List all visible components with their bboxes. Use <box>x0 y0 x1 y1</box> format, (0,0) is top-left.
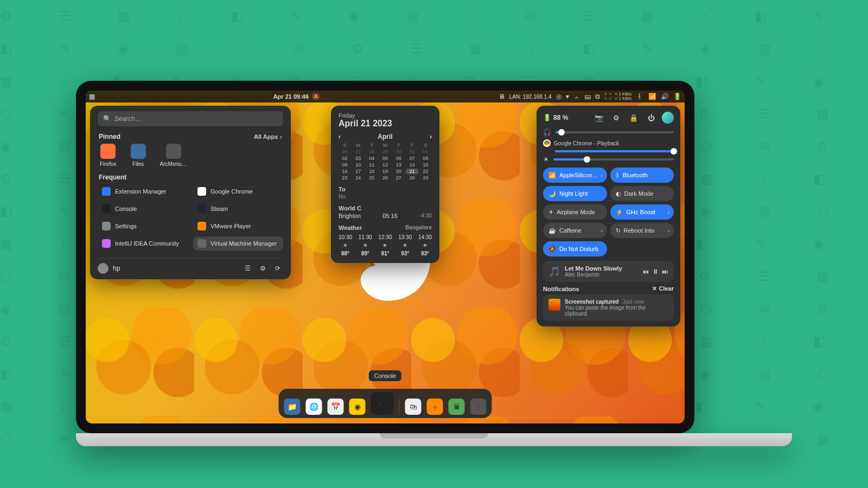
record-icon[interactable]: ◎ <box>556 93 561 100</box>
calendar-next-button[interactable]: › <box>430 133 432 140</box>
frequent-app[interactable]: VMware Player <box>193 219 283 233</box>
qs-toggle[interactable]: 📶AppleSilicon…› <box>543 168 607 183</box>
calculator-icon: 🖩 <box>453 402 461 411</box>
dock-item-apps-grid[interactable]: ⋮⋮⋮ <box>470 399 487 415</box>
logout-icon[interactable]: ☰ <box>242 263 253 274</box>
frequent-app[interactable]: Extension Manager <box>98 184 188 198</box>
frequent-app[interactable]: Steam <box>193 202 283 216</box>
toggle-icon: 🔕 <box>548 246 556 253</box>
pinned-app[interactable]: Files <box>131 144 146 167</box>
calendar-grid[interactable]: SMTWTFS262728293031010203040506070809101… <box>339 143 432 181</box>
user-avatar[interactable] <box>98 263 108 274</box>
chevron-right-icon: › <box>668 228 669 234</box>
media-pause-button[interactable]: ⏸ <box>652 268 659 275</box>
weather-icon: ☀ <box>343 242 348 248</box>
tray-icon[interactable]: ▾ <box>566 93 569 100</box>
calendar-panel: Friday April 21 2023 ‹ April › SMTWTFS26… <box>331 106 439 263</box>
app-menu-panel: 🔍 Search… Pinned All Apps › FirefoxFiles… <box>90 106 291 279</box>
dock-item-chrome[interactable]: 🌐 <box>306 399 322 415</box>
disk-icon[interactable]: 🖴 <box>584 93 591 100</box>
app-label: Settings <box>115 223 137 229</box>
dock-item-calendar[interactable]: 📅 <box>328 399 344 415</box>
app-label: Steam <box>210 206 228 212</box>
monitor-icon[interactable]: 🖥 <box>499 93 505 100</box>
qs-toggle[interactable]: ⚡GHz Boost› <box>610 204 674 220</box>
toggle-label: Caffeine <box>559 227 582 234</box>
power-icon[interactable]: ⏻ <box>644 111 658 124</box>
dnd-icon[interactable]: 🔕 <box>312 93 320 100</box>
frequent-app[interactable]: Virtual Machine Manager <box>193 236 283 251</box>
qs-toggle[interactable]: 🌙Night Light <box>543 186 607 201</box>
vmware-icon: ⟐ <box>433 402 437 411</box>
world-clock-offset: -4:30 <box>419 213 432 219</box>
frequent-app[interactable]: Console <box>98 202 188 216</box>
settings-icon[interactable]: ⚙ <box>257 263 268 274</box>
media-prev-button[interactable]: ⏮ <box>642 268 649 275</box>
chevron-right-icon: › <box>280 133 282 140</box>
toggle-label: Night Light <box>559 190 588 197</box>
qs-toggle[interactable]: ᛒBluetooth <box>610 168 674 183</box>
dock-separator <box>399 400 400 415</box>
forecast-column: 13:30☀93° <box>398 234 412 256</box>
weather-icon: ☀ <box>403 242 407 248</box>
console-icon: >_ <box>377 399 387 408</box>
battery-indicator[interactable]: 🔋 88 % <box>543 114 568 121</box>
display-icon[interactable]: ⛶ <box>604 93 611 100</box>
settings-icon[interactable]: ⚙ <box>610 111 623 124</box>
brightness-slider[interactable] <box>553 158 674 160</box>
chevron-right-icon: › <box>668 209 669 215</box>
wifi-icon[interactable]: 📶 <box>648 93 656 100</box>
activities-icon[interactable]: ▦ <box>89 93 95 100</box>
media-next-button[interactable]: ⏭ <box>662 268 668 275</box>
dock-item-calculator[interactable]: 🖩 <box>449 399 465 415</box>
lan-label[interactable]: LAN: 192.168.1.4 <box>509 94 552 100</box>
pinned-app[interactable]: ArcMenu… <box>160 144 187 167</box>
qs-toggle[interactable]: ↻Reboot Into› <box>610 223 674 238</box>
qs-toggle[interactable]: ✈Airplane Mode <box>543 204 607 220</box>
qs-toggle[interactable]: ☕Caffeine› <box>543 223 607 238</box>
qs-toggle[interactable]: 🔕Do Not Disturb <box>543 241 607 256</box>
volume-icon[interactable]: 🔊 <box>661 93 669 100</box>
frequent-app[interactable]: Google Chrome <box>193 184 283 198</box>
pinned-app[interactable]: Firefox <box>100 144 117 167</box>
media-artist: Alec Benjamin <box>565 272 638 278</box>
workspace-icon[interactable]: ⧉ <box>595 93 600 100</box>
toggle-label: Bluetooth <box>623 172 648 178</box>
user-name[interactable]: hp <box>113 265 120 272</box>
clear-notifications-button[interactable]: ✕ Clear <box>652 285 674 292</box>
app-icon <box>102 222 111 230</box>
screenshot-icon[interactable]: 📷 <box>592 111 605 124</box>
playback-slider[interactable] <box>555 150 674 152</box>
top-bar: ▦ Apr 21 09:46 🔕 🖥 LAN: 192.168.1.4 ◎ ▾ … <box>86 91 685 102</box>
frequent-app[interactable]: IntelliJ IDEA Community <box>98 236 188 251</box>
netspeed-indicator[interactable]: < 1 KB/s < 1 KB/s <box>615 92 631 101</box>
dock-item-console[interactable]: >_ <box>371 392 394 415</box>
toggle-icon: ⚡ <box>616 209 623 216</box>
graph-icon[interactable]: ⫠ <box>573 93 580 100</box>
lock-icon[interactable]: 🔒 <box>627 111 640 124</box>
accessibility-icon[interactable]: 🚶 <box>636 93 644 100</box>
world-clock-time: 05:16 <box>382 213 398 219</box>
dock-item-rhythmbox[interactable]: ◉ <box>349 399 366 415</box>
headphones-slider[interactable] <box>556 131 674 133</box>
user-avatar[interactable] <box>662 112 674 124</box>
calendar-prev-button[interactable]: ‹ <box>339 133 341 140</box>
qs-toggle[interactable]: ◐Dark Mode <box>610 186 674 201</box>
battery-icon[interactable]: 🔋 <box>673 93 681 100</box>
dock-item-software[interactable]: 🛍 <box>405 399 422 415</box>
search-input[interactable]: 🔍 Search… <box>98 111 283 126</box>
app-icon <box>197 239 206 248</box>
calendar-icon: 📅 <box>331 402 340 411</box>
notification-body: You can paste the image from the clipboa… <box>565 305 668 317</box>
all-apps-button[interactable]: All Apps › <box>254 133 282 140</box>
notification-card[interactable]: Screenshot captured Just now You can pas… <box>543 294 674 321</box>
toggle-icon: ᛒ <box>616 172 620 178</box>
dock-item-files[interactable]: 📁 <box>284 399 301 415</box>
topbar-datetime[interactable]: Apr 21 09:46 <box>273 93 309 100</box>
power-menu-icon[interactable]: ⟳ <box>272 263 283 274</box>
chevron-right-icon: › <box>601 228 602 234</box>
dock-item-vmware[interactable]: ⟐ <box>427 399 443 415</box>
frequent-app[interactable]: Settings <box>98 219 188 233</box>
calendar-month-label: April <box>378 133 392 140</box>
rhythmbox-icon: ◉ <box>354 402 361 411</box>
